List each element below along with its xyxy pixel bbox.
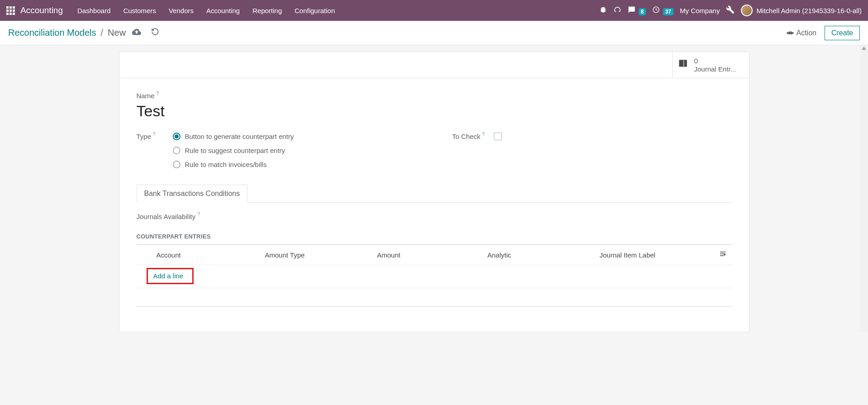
breadcrumb: Reconciliation Models / New (8, 27, 159, 38)
breadcrumb-current: New (108, 28, 126, 38)
nav-dashboard[interactable]: Dashboard (71, 7, 117, 14)
type-radios: Button to generate counterpart entry Rul… (173, 133, 294, 168)
support-icon[interactable] (613, 5, 621, 15)
radio-checked-icon (173, 133, 180, 140)
add-line-link[interactable]: Add a line (153, 272, 184, 280)
content: 0 Journal Entr... Name? Test Type? Butto… (0, 45, 868, 332)
cloud-save-icon[interactable] (132, 27, 141, 38)
name-label: Name? (137, 92, 732, 100)
stat-label: Journal Entr... (694, 65, 736, 73)
radio-rule-match[interactable]: Rule to match invoices/bills (173, 161, 294, 168)
tab-bank-conditions[interactable]: Bank Transactions Conditions (137, 185, 248, 203)
to-check-checkbox[interactable] (494, 133, 502, 140)
breadcrumb-parent[interactable]: Reconciliation Models (8, 28, 96, 38)
nav-customers[interactable]: Customers (117, 7, 162, 14)
user-name: Mitchell Admin (21945339-16-0-all) (756, 7, 862, 14)
col-account[interactable]: Account (157, 251, 265, 259)
apps-icon[interactable] (6, 6, 15, 15)
form-sheet: 0 Journal Entr... Name? Test Type? Butto… (119, 52, 749, 332)
book-icon (677, 58, 689, 72)
radio-unchecked-icon (173, 161, 180, 168)
breadcrumb-separator: / (101, 28, 104, 38)
type-label: Type? (137, 133, 162, 140)
bug-icon[interactable] (599, 6, 607, 15)
journals-label: Journals Availability? (137, 213, 732, 220)
user-menu[interactable]: Mitchell Admin (21945339-16-0-all) (741, 5, 862, 16)
nav-configuration[interactable]: Configuration (288, 7, 341, 14)
col-amount[interactable]: Amount (377, 251, 488, 259)
topbar-right: 8 37 My Company Mitchell Admin (21945339… (599, 5, 862, 16)
col-amount-type[interactable]: Amount Type (265, 251, 377, 259)
nav-accounting[interactable]: Accounting (200, 7, 246, 14)
nav-vendors[interactable]: Vendors (162, 7, 200, 14)
topbar: Accounting Dashboard Customers Vendors A… (0, 0, 868, 21)
scrollbar[interactable] (860, 45, 868, 332)
col-journal-item-label[interactable]: Journal Item Label (600, 251, 714, 259)
nav-menu: Dashboard Customers Vendors Accounting R… (71, 7, 341, 14)
breadcrumb-bar: Reconciliation Models / New Action Creat… (0, 21, 868, 45)
timer-icon[interactable]: 37 (652, 6, 674, 15)
col-analytic[interactable]: Analytic (488, 251, 600, 259)
name-value[interactable]: Test (137, 102, 732, 120)
counterpart-grid: Account Amount Type Amount Analytic Jour… (137, 245, 732, 307)
messages-badge: 8 (639, 8, 646, 15)
section-counterpart: COUNTERPART ENTRIES (137, 233, 732, 240)
stat-journal-entries[interactable]: 0 Journal Entr... (672, 52, 749, 78)
avatar (741, 5, 753, 16)
company-name[interactable]: My Company (680, 7, 720, 14)
nav-reporting[interactable]: Reporting (246, 7, 288, 14)
app-name: Accounting (20, 5, 63, 15)
action-menu[interactable]: Action (787, 29, 816, 37)
timer-badge: 37 (663, 8, 674, 15)
radio-rule-suggest[interactable]: Rule to suggest counterpart entry (173, 147, 294, 154)
sheet-header (119, 52, 749, 78)
stat-count: 0 (694, 57, 736, 65)
radio-button-generate[interactable]: Button to generate counterpart entry (173, 133, 294, 140)
discard-icon[interactable] (151, 28, 159, 38)
columns-options-icon[interactable] (714, 250, 732, 259)
create-button[interactable]: Create (825, 26, 860, 40)
add-line-highlight: Add a line (147, 268, 194, 284)
messages-icon[interactable]: 8 (628, 6, 646, 15)
grid-head: Account Amount Type Amount Analytic Jour… (137, 245, 732, 265)
tools-icon[interactable] (726, 5, 735, 16)
tabs: Bank Transactions Conditions (137, 185, 732, 203)
to-check-label: To Check? (452, 133, 485, 140)
radio-unchecked-icon (173, 147, 180, 154)
